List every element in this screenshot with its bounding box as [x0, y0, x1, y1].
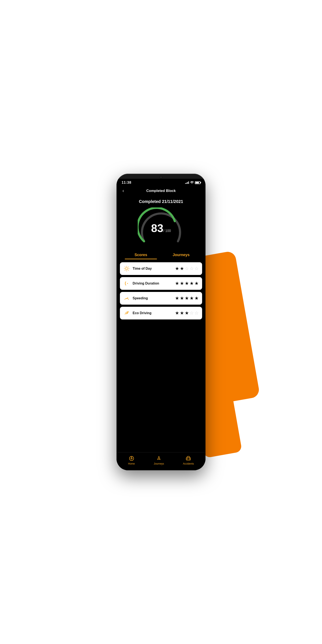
star-1: ★ [175, 296, 179, 301]
stars-eco-driving: ★ ★ ★ ☆ ☆ [175, 310, 199, 316]
score-number: 83 [151, 222, 163, 234]
status-bar: 11:38 [116, 179, 206, 186]
svg-point-0 [126, 268, 128, 270]
star-3: ★ [185, 296, 189, 301]
score-item-driving-duration[interactable]: Driving Duration ★ ★ ★ ★ ★ [120, 277, 202, 290]
tab-scores[interactable]: Scores [121, 250, 161, 259]
gauge-score: 83/ 100 [151, 223, 171, 234]
signal-icon [185, 181, 189, 184]
score-label: Speeding [132, 296, 172, 300]
stars-time-of-day: ★ ★ ☆ ☆ ☆ [175, 266, 199, 271]
status-time: 11:38 [122, 180, 131, 185]
score-item-eco-driving[interactable]: Eco Driving ★ ★ ★ ☆ ☆ [120, 307, 202, 320]
battery-icon [195, 181, 200, 184]
status-icons [185, 181, 200, 184]
completed-date: Completed 21/11/2021 [139, 199, 183, 204]
speeding-icon [123, 295, 130, 302]
svg-point-9 [127, 283, 128, 284]
stars-speeding: ★ ★ ★ ★ ★ [175, 296, 199, 301]
back-button[interactable]: ‹ [121, 187, 126, 194]
score-label: Time of Day [132, 267, 172, 270]
nav-accidents[interactable]: Accidents [183, 456, 194, 465]
star-5: ★ [194, 281, 199, 286]
star-3: ☆ [185, 266, 189, 271]
svg-line-7 [128, 267, 128, 267]
score-denom: / 100 [163, 229, 171, 232]
nav-home-label: Home [128, 462, 135, 465]
star-4: ★ [190, 296, 194, 301]
page-title: Completed Block [146, 189, 176, 193]
nav-journeys[interactable]: Journeys [154, 456, 164, 465]
accidents-icon [185, 456, 191, 462]
svg-line-8 [125, 270, 126, 270]
star-3: ★ [185, 281, 189, 286]
journeys-icon [156, 456, 162, 462]
star-1: ★ [175, 281, 179, 286]
tab-bar: Scores Journeys [121, 250, 201, 259]
nav-home[interactable]: Home [128, 456, 135, 465]
star-4: ★ [190, 281, 194, 286]
nav-journeys-label: Journeys [154, 462, 164, 465]
star-3: ★ [185, 310, 189, 316]
svg-point-13 [131, 458, 132, 459]
star-4: ☆ [190, 266, 194, 271]
home-icon [128, 456, 134, 462]
svg-point-16 [187, 458, 188, 459]
stars-driving-duration: ★ ★ ★ ★ ★ [175, 281, 199, 286]
score-gauge: 83/ 100 [138, 208, 184, 246]
bottom-nav: Home Journeys [116, 452, 206, 470]
star-2: ★ [180, 266, 184, 271]
scores-list: Time of Day ★ ★ ☆ ☆ ☆ [116, 259, 206, 322]
star-5: ☆ [194, 266, 199, 271]
svg-point-17 [189, 458, 190, 459]
star-5: ☆ [194, 310, 199, 316]
eco-driving-icon [123, 310, 130, 316]
score-item-speeding[interactable]: Speeding ★ ★ ★ ★ ★ [120, 292, 202, 305]
driving-duration-icon [123, 280, 130, 287]
wifi-icon [190, 181, 194, 184]
svg-line-6 [128, 270, 128, 270]
time-of-day-icon [123, 265, 130, 272]
star-1: ★ [175, 266, 179, 271]
score-label: Driving Duration [132, 282, 172, 285]
star-1: ★ [175, 310, 179, 316]
svg-line-5 [125, 267, 126, 267]
score-label: Eco Driving [132, 311, 172, 315]
page-header: ‹ Completed Block [116, 186, 206, 197]
star-4: ☆ [190, 310, 194, 316]
nav-accidents-label: Accidents [183, 462, 194, 465]
star-2: ★ [180, 281, 184, 286]
star-5: ★ [194, 296, 199, 301]
score-item-time-of-day[interactable]: Time of Day ★ ★ ☆ ☆ ☆ [120, 262, 202, 275]
score-section: Completed 21/11/2021 83/ 100 [116, 197, 206, 259]
tab-journeys[interactable]: Journeys [161, 250, 201, 259]
star-2: ★ [180, 296, 184, 301]
star-2: ★ [180, 310, 184, 316]
